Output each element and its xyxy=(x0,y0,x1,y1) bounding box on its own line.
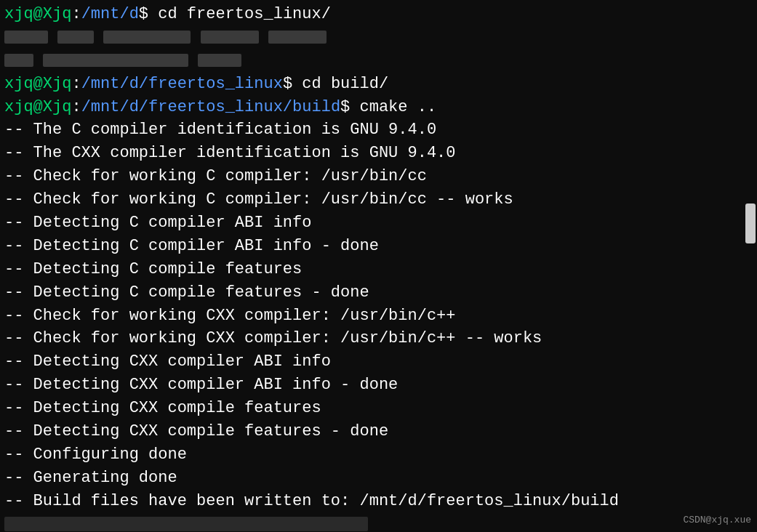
prompt-path: /mnt/d xyxy=(81,5,139,23)
output-line-1: -- The C compiler identification is GNU … xyxy=(4,118,753,142)
output-line-13: -- Detecting CXX compile features xyxy=(4,397,753,420)
prompt-user-2: xjq@Xjq xyxy=(4,75,71,93)
output-line-15: -- Configuring done xyxy=(4,443,753,467)
terminal-window: xjq@Xjq:/mnt/d$ cd freertos_linux/ xjq@X… xyxy=(0,0,757,532)
output-line-14: -- Detecting CXX compile features - done xyxy=(4,420,753,443)
terminal-line-4: xjq@Xjq:/mnt/d/freertos_linux$ cd build/ xyxy=(4,73,753,96)
output-line-12: -- Detecting CXX compiler ABI info - don… xyxy=(4,374,753,397)
output-line-8: -- Detecting C compile features - done xyxy=(4,281,753,305)
output-line-6: -- Detecting C compiler ABI info - done xyxy=(4,235,753,258)
terminal-line-5: xjq@Xjq:/mnt/d/freertos_linux/build$ cma… xyxy=(4,96,753,119)
watermark: CSDN@xjq.xue xyxy=(683,514,751,528)
output-line-16: -- Generating done xyxy=(4,467,753,490)
output-line-2: -- The CXX compiler identification is GN… xyxy=(4,142,753,165)
terminal-line-blur1 xyxy=(4,26,753,49)
prompt-user-3: xjq@Xjq xyxy=(4,98,71,116)
prompt-path-2: /mnt/d/freertos_linux xyxy=(81,75,283,93)
output-line-9: -- Check for working CXX compiler: /usr/… xyxy=(4,305,753,328)
output-line-5: -- Detecting C compiler ABI info xyxy=(4,211,753,235)
scrollbar[interactable] xyxy=(745,203,756,243)
output-line-4: -- Check for working C compiler: /usr/bi… xyxy=(4,188,753,211)
terminal-line-1: xjq@Xjq:/mnt/d$ cd freertos_linux/ xyxy=(4,3,753,26)
output-line-3: -- Check for working C compiler: /usr/bi… xyxy=(4,165,753,188)
terminal-line-blur2 xyxy=(4,49,753,73)
output-line-10: -- Check for working CXX compiler: /usr/… xyxy=(4,327,753,350)
prompt-user: xjq@Xjq xyxy=(4,5,71,23)
output-line-18 xyxy=(4,513,753,532)
prompt-path-3: /mnt/d/freertos_linux/build xyxy=(81,98,340,116)
output-line-7: -- Detecting C compile features xyxy=(4,258,753,281)
output-line-17: -- Build files have been written to: /mn… xyxy=(4,490,753,513)
output-line-11: -- Detecting CXX compiler ABI info xyxy=(4,350,753,374)
